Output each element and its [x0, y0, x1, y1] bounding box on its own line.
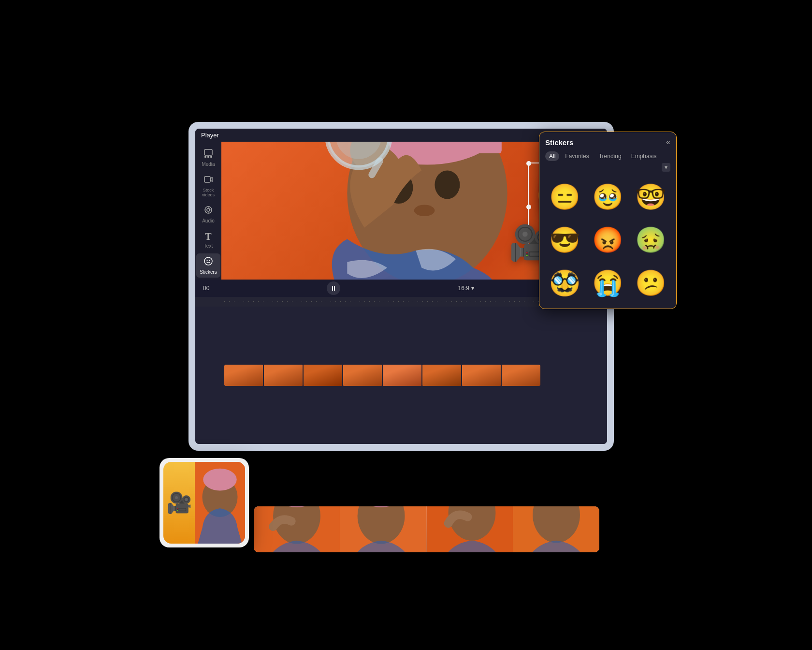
thumb-5: [383, 365, 421, 386]
bottom-thumb-svg-4: [513, 506, 599, 552]
sticker-cell-8[interactable]: 😭: [588, 264, 627, 303]
svg-point-12: [435, 170, 460, 199]
player-label: Player: [201, 132, 219, 139]
sticker-cell-6[interactable]: 🤢: [631, 221, 670, 260]
text-icon: T: [205, 231, 211, 242]
sticker-cell-7[interactable]: 🥸: [545, 264, 584, 303]
panel-title: Stickers: [545, 138, 573, 147]
sticker-cell-2[interactable]: 🥹: [588, 177, 627, 217]
sidebar-item-media[interactable]: Media: [196, 146, 220, 170]
sticker-cell-9[interactable]: 😕: [631, 264, 670, 303]
play-pause-button[interactable]: ⏸: [327, 281, 340, 295]
stickers-icon: [203, 256, 213, 268]
tab-emphasis[interactable]: Emphasis: [627, 151, 661, 161]
svg-point-20: [203, 469, 236, 491]
thumb-3: [304, 365, 342, 386]
svg-rect-0: [204, 149, 212, 155]
timecode-display: 00: [203, 285, 209, 292]
sidebar-item-audio[interactable]: Audio: [196, 202, 220, 226]
stickers-panel: Stickers « All Favorites Trending Emphas…: [539, 132, 677, 309]
sticker-cell-1[interactable]: 😑: [545, 177, 584, 217]
svg-rect-3: [210, 156, 212, 158]
thumbnail-strip: [224, 365, 540, 386]
sticker-cell-3[interactable]: 🤓: [631, 177, 670, 217]
tab-all[interactable]: All: [545, 151, 559, 161]
svg-point-13: [414, 205, 435, 216]
play-pause-icon: ⏸: [330, 284, 337, 292]
media-label: Media: [202, 162, 215, 167]
tab-favorites[interactable]: Favorites: [561, 151, 593, 161]
thumb-4: [343, 365, 382, 386]
selection-handle-ml[interactable]: [526, 205, 531, 209]
bottom-thumb-4: [513, 506, 599, 552]
stickers-label: Stickers: [200, 269, 217, 275]
sticker-cell-4[interactable]: 😎: [545, 221, 584, 260]
panel-collapse-button[interactable]: «: [666, 138, 670, 147]
ruler-line: [224, 301, 578, 302]
bottom-thumb-1: [254, 506, 340, 552]
phone-device: 🎥: [160, 458, 249, 547]
svg-point-6: [207, 208, 210, 211]
thumb-8: [502, 365, 540, 386]
thumb-6: [422, 365, 461, 386]
sidebar-panel: Media Stockvideos: [195, 142, 221, 280]
svg-rect-2: [207, 156, 209, 158]
stock-videos-label: Stockvideos: [202, 188, 215, 197]
phone-content: 🎥: [163, 462, 245, 544]
bottom-thumbnail-strip: [254, 506, 599, 552]
phone-screen: 🎥: [163, 462, 245, 544]
sidebar-item-text[interactable]: T Text: [196, 228, 220, 251]
sticker-cell-5[interactable]: 😡: [588, 221, 627, 260]
panel-header: Stickers «: [545, 138, 670, 147]
phone-person-svg: [195, 462, 245, 544]
sidebar-item-stock-videos[interactable]: Stockvideos: [196, 172, 220, 200]
text-label: Text: [204, 243, 213, 249]
audio-label: Audio: [202, 218, 215, 223]
thumb-2: [264, 365, 303, 386]
filter-dropdown-button[interactable]: ▾: [662, 163, 670, 172]
media-icon: [203, 148, 213, 161]
svg-rect-1: [204, 156, 206, 158]
bottom-thumb-svg-1: [254, 506, 340, 552]
filter-tabs: All Favorites Trending Emphasis ▾: [545, 151, 670, 172]
bottom-thumb-svg-2: [340, 506, 426, 552]
sticker-grid: 😑 🥹 🤓 😎 😡 🤢 🥸 😭 😕: [545, 177, 670, 303]
aspect-ratio-value: 16:9: [458, 285, 469, 292]
phone-video-preview: [195, 462, 245, 544]
thumb-7: [462, 365, 501, 386]
svg-rect-4: [204, 177, 210, 182]
phone-timeline-strip: 🎥: [163, 462, 195, 544]
main-scene: Player Media: [140, 83, 672, 567]
bottom-thumb-3: [427, 506, 513, 552]
track-area: [195, 307, 607, 444]
aspect-ratio-chevron: ▾: [471, 285, 474, 292]
selection-handle-tl[interactable]: [526, 161, 531, 166]
audio-icon: [203, 205, 213, 217]
sidebar-item-stickers[interactable]: Stickers: [196, 253, 220, 278]
stock-videos-icon: [203, 175, 213, 187]
aspect-ratio-selector[interactable]: 16:9 ▾: [458, 285, 474, 292]
bottom-thumb-2: [340, 506, 427, 552]
bottom-thumb-svg-3: [427, 506, 513, 552]
thumb-1: [224, 365, 263, 386]
phone-camera-emoji: 🎥: [167, 491, 192, 515]
tab-trending[interactable]: Trending: [595, 151, 625, 161]
